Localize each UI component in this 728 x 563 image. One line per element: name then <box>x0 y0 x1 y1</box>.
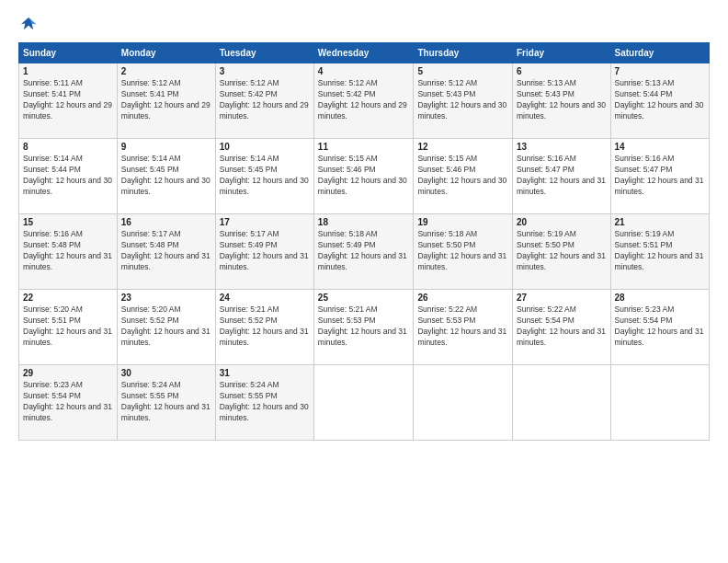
day-cell: 3Sunrise: 5:12 AMSunset: 5:42 PMDaylight… <box>215 63 313 139</box>
day-number: 24 <box>220 293 310 303</box>
day-info: Sunrise: 5:21 AMSunset: 5:52 PMDaylight:… <box>220 304 310 349</box>
day-info: Sunrise: 5:14 AMSunset: 5:45 PMDaylight:… <box>220 154 310 198</box>
day-cell: 7Sunrise: 5:13 AMSunset: 5:44 PMDaylight… <box>610 63 709 139</box>
logo-icon <box>18 15 39 35</box>
day-cell: 4Sunrise: 5:12 AMSunset: 5:42 PMDaylight… <box>313 63 414 139</box>
day-number: 5 <box>417 66 508 76</box>
day-cell: 22Sunrise: 5:20 AMSunset: 5:51 PMDayligh… <box>19 290 118 365</box>
day-info: Sunrise: 5:17 AMSunset: 5:49 PMDaylight:… <box>220 229 310 273</box>
day-info: Sunrise: 5:11 AMSunset: 5:41 PMDaylight:… <box>23 78 113 122</box>
day-cell: 31Sunrise: 5:24 AMSunset: 5:55 PMDayligh… <box>215 365 313 441</box>
empty-day-cell <box>610 365 709 441</box>
day-info: Sunrise: 5:14 AMSunset: 5:44 PMDaylight:… <box>23 154 113 198</box>
day-info: Sunrise: 5:24 AMSunset: 5:55 PMDaylight:… <box>121 380 211 424</box>
day-cell: 23Sunrise: 5:20 AMSunset: 5:52 PMDayligh… <box>117 290 215 365</box>
day-info: Sunrise: 5:12 AMSunset: 5:41 PMDaylight:… <box>121 78 211 122</box>
day-info: Sunrise: 5:13 AMSunset: 5:43 PMDaylight:… <box>517 78 607 122</box>
day-number: 13 <box>517 142 607 152</box>
day-info: Sunrise: 5:22 AMSunset: 5:54 PMDaylight:… <box>517 304 607 349</box>
calendar-header-tuesday: Tuesday <box>215 43 313 63</box>
day-number: 15 <box>23 217 113 227</box>
logo <box>18 15 40 35</box>
day-cell: 21Sunrise: 5:19 AMSunset: 5:51 PMDayligh… <box>610 214 709 290</box>
day-info: Sunrise: 5:12 AMSunset: 5:43 PMDaylight:… <box>417 78 508 122</box>
day-info: Sunrise: 5:16 AMSunset: 5:48 PMDaylight:… <box>23 229 113 273</box>
day-info: Sunrise: 5:20 AMSunset: 5:51 PMDaylight:… <box>23 304 113 349</box>
day-cell: 8Sunrise: 5:14 AMSunset: 5:44 PMDaylight… <box>19 139 118 214</box>
day-cell: 16Sunrise: 5:17 AMSunset: 5:48 PMDayligh… <box>117 214 215 290</box>
day-info: Sunrise: 5:24 AMSunset: 5:55 PMDaylight:… <box>220 380 310 424</box>
day-number: 23 <box>121 293 211 303</box>
calendar-header-wednesday: Wednesday <box>313 43 414 63</box>
day-number: 4 <box>318 66 410 76</box>
day-cell: 10Sunrise: 5:14 AMSunset: 5:45 PMDayligh… <box>215 139 313 214</box>
day-number: 10 <box>220 142 310 152</box>
day-info: Sunrise: 5:14 AMSunset: 5:45 PMDaylight:… <box>121 154 211 198</box>
day-number: 6 <box>517 66 607 76</box>
day-info: Sunrise: 5:23 AMSunset: 5:54 PMDaylight:… <box>23 380 113 424</box>
day-number: 26 <box>417 293 508 303</box>
day-number: 17 <box>220 217 310 227</box>
day-info: Sunrise: 5:13 AMSunset: 5:44 PMDaylight:… <box>615 78 705 122</box>
day-cell: 9Sunrise: 5:14 AMSunset: 5:45 PMDaylight… <box>117 139 215 214</box>
day-info: Sunrise: 5:15 AMSunset: 5:46 PMDaylight:… <box>417 154 508 198</box>
day-info: Sunrise: 5:19 AMSunset: 5:51 PMDaylight:… <box>615 229 705 273</box>
day-cell: 2Sunrise: 5:12 AMSunset: 5:41 PMDaylight… <box>117 63 215 139</box>
day-info: Sunrise: 5:12 AMSunset: 5:42 PMDaylight:… <box>220 78 310 122</box>
day-number: 2 <box>121 66 211 76</box>
calendar-header-sunday: Sunday <box>19 43 118 63</box>
day-number: 31 <box>220 368 310 378</box>
day-number: 21 <box>615 217 705 227</box>
day-info: Sunrise: 5:18 AMSunset: 5:50 PMDaylight:… <box>417 229 508 273</box>
calendar-header-row: SundayMondayTuesdayWednesdayThursdayFrid… <box>19 43 710 63</box>
day-info: Sunrise: 5:16 AMSunset: 5:47 PMDaylight:… <box>517 154 607 198</box>
day-number: 1 <box>23 66 113 76</box>
day-cell: 20Sunrise: 5:19 AMSunset: 5:50 PMDayligh… <box>513 214 611 290</box>
day-number: 25 <box>318 293 410 303</box>
day-cell: 17Sunrise: 5:17 AMSunset: 5:49 PMDayligh… <box>215 214 313 290</box>
day-cell: 5Sunrise: 5:12 AMSunset: 5:43 PMDaylight… <box>414 63 513 139</box>
day-number: 14 <box>615 142 705 152</box>
day-cell: 30Sunrise: 5:24 AMSunset: 5:55 PMDayligh… <box>117 365 215 441</box>
calendar-table: SundayMondayTuesdayWednesdayThursdayFrid… <box>18 42 710 441</box>
day-cell: 6Sunrise: 5:13 AMSunset: 5:43 PMDaylight… <box>513 63 611 139</box>
empty-day-cell <box>414 365 513 441</box>
day-cell: 29Sunrise: 5:23 AMSunset: 5:54 PMDayligh… <box>19 365 118 441</box>
day-info: Sunrise: 5:18 AMSunset: 5:49 PMDaylight:… <box>318 229 410 273</box>
calendar-week-row: 1Sunrise: 5:11 AMSunset: 5:41 PMDaylight… <box>19 63 710 139</box>
calendar-header-thursday: Thursday <box>414 43 513 63</box>
calendar-week-row: 29Sunrise: 5:23 AMSunset: 5:54 PMDayligh… <box>19 365 710 441</box>
day-number: 12 <box>417 142 508 152</box>
day-number: 16 <box>121 217 211 227</box>
day-info: Sunrise: 5:22 AMSunset: 5:53 PMDaylight:… <box>417 304 508 349</box>
day-number: 27 <box>517 293 607 303</box>
day-cell: 25Sunrise: 5:21 AMSunset: 5:53 PMDayligh… <box>313 290 414 365</box>
calendar-week-row: 8Sunrise: 5:14 AMSunset: 5:44 PMDaylight… <box>19 139 710 214</box>
calendar-header-monday: Monday <box>117 43 215 63</box>
day-number: 3 <box>220 66 310 76</box>
day-cell: 12Sunrise: 5:15 AMSunset: 5:46 PMDayligh… <box>414 139 513 214</box>
day-number: 11 <box>318 142 410 152</box>
day-number: 19 <box>417 217 508 227</box>
day-cell: 26Sunrise: 5:22 AMSunset: 5:53 PMDayligh… <box>414 290 513 365</box>
day-info: Sunrise: 5:23 AMSunset: 5:54 PMDaylight:… <box>615 304 705 349</box>
page: SundayMondayTuesdayWednesdayThursdayFrid… <box>0 0 728 563</box>
day-info: Sunrise: 5:12 AMSunset: 5:42 PMDaylight:… <box>318 78 410 122</box>
day-number: 30 <box>121 368 211 378</box>
day-number: 9 <box>121 142 211 152</box>
day-cell: 19Sunrise: 5:18 AMSunset: 5:50 PMDayligh… <box>414 214 513 290</box>
day-cell: 15Sunrise: 5:16 AMSunset: 5:48 PMDayligh… <box>19 214 118 290</box>
day-number: 18 <box>318 217 410 227</box>
day-info: Sunrise: 5:16 AMSunset: 5:47 PMDaylight:… <box>615 154 705 198</box>
calendar-week-row: 22Sunrise: 5:20 AMSunset: 5:51 PMDayligh… <box>19 290 710 365</box>
day-info: Sunrise: 5:15 AMSunset: 5:46 PMDaylight:… <box>318 154 410 198</box>
day-number: 28 <box>615 293 705 303</box>
day-number: 29 <box>23 368 113 378</box>
day-number: 22 <box>23 293 113 303</box>
calendar-week-row: 15Sunrise: 5:16 AMSunset: 5:48 PMDayligh… <box>19 214 710 290</box>
day-info: Sunrise: 5:17 AMSunset: 5:48 PMDaylight:… <box>121 229 211 273</box>
day-number: 7 <box>615 66 705 76</box>
day-cell: 24Sunrise: 5:21 AMSunset: 5:52 PMDayligh… <box>215 290 313 365</box>
calendar-header-saturday: Saturday <box>610 43 709 63</box>
day-cell: 11Sunrise: 5:15 AMSunset: 5:46 PMDayligh… <box>313 139 414 214</box>
